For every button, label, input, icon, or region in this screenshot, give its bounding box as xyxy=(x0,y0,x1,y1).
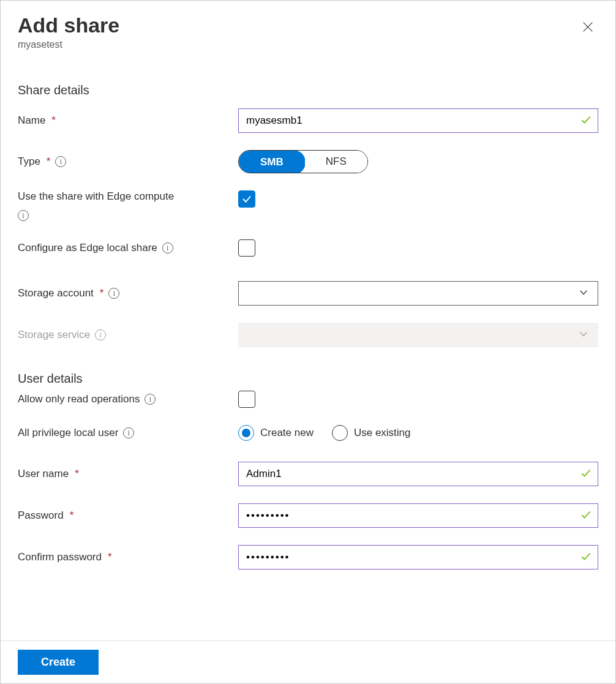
radio-create-new[interactable]: Create new xyxy=(238,425,314,441)
label-user-name: User name* xyxy=(18,468,238,480)
label-text-type: Type xyxy=(18,156,40,168)
control-privilege-user: Create new Use existing xyxy=(238,425,598,441)
input-wrap-password xyxy=(238,503,598,528)
row-edge-compute: Use the share with Edge compute i xyxy=(18,190,598,222)
read-only-checkbox[interactable] xyxy=(238,391,255,408)
label-text-edge-local: Configure as Edge local share xyxy=(18,242,157,254)
type-segmented: SMB NFS xyxy=(238,150,368,173)
radio-label-create-new: Create new xyxy=(260,427,314,439)
control-type: SMB NFS xyxy=(238,150,598,173)
label-edge-compute: Use the share with Edge compute i xyxy=(18,190,238,221)
storage-account-dropdown[interactable] xyxy=(238,281,598,306)
password-input[interactable] xyxy=(238,503,598,528)
row-storage-service: Storage service i xyxy=(18,323,598,347)
label-confirm-password: Confirm password* xyxy=(18,551,238,563)
row-name: Name* xyxy=(18,108,598,133)
label-text-storage-account: Storage account xyxy=(18,287,94,299)
storage-service-dropdown xyxy=(238,323,598,347)
label-edge-local: Configure as Edge local share i xyxy=(18,242,238,254)
control-storage-service xyxy=(238,323,598,347)
edge-compute-checkbox[interactable] xyxy=(238,190,255,208)
chevron-down-icon xyxy=(578,287,589,299)
label-text-user-name: User name xyxy=(18,468,69,480)
required-mark: * xyxy=(75,468,79,480)
privilege-radio-group: Create new Use existing xyxy=(238,425,411,441)
label-text-read-only: Allow only read operations xyxy=(18,393,140,405)
close-icon xyxy=(581,20,595,34)
header-row: Add share myasetest xyxy=(18,13,598,50)
required-mark: * xyxy=(100,287,104,299)
label-text-name: Name xyxy=(18,115,45,127)
row-privilege-user: All privilege local user i Create new Us… xyxy=(18,425,598,441)
info-icon[interactable]: i xyxy=(145,394,156,405)
input-wrap-confirm-password xyxy=(238,545,598,569)
type-smb-button[interactable]: SMB xyxy=(238,150,306,173)
share-details-heading: Share details xyxy=(18,83,598,97)
panel-body: Add share myasetest Share details Name* xyxy=(1,1,615,641)
label-text-edge-compute: Use the share with Edge compute xyxy=(18,190,174,202)
row-storage-account: Storage account* i xyxy=(18,281,598,306)
control-read-only xyxy=(238,391,598,408)
required-mark: * xyxy=(70,509,74,522)
control-password xyxy=(238,503,598,528)
control-edge-compute xyxy=(238,190,598,208)
required-mark: * xyxy=(51,115,56,127)
info-icon[interactable]: i xyxy=(123,427,134,438)
radio-icon xyxy=(332,425,348,441)
info-icon[interactable]: i xyxy=(108,288,119,299)
control-edge-local xyxy=(238,239,598,257)
info-icon[interactable]: i xyxy=(95,329,106,340)
close-button[interactable] xyxy=(577,17,598,39)
name-input[interactable] xyxy=(238,108,598,133)
label-text-password: Password xyxy=(18,509,64,522)
footer: Create xyxy=(1,641,615,683)
user-details-heading: User details xyxy=(18,372,598,386)
label-name: Name* xyxy=(18,115,238,127)
input-wrap-name xyxy=(238,108,598,133)
required-mark: * xyxy=(108,551,112,563)
info-icon[interactable]: i xyxy=(18,210,29,221)
page-title: Add share xyxy=(18,13,119,38)
control-storage-account xyxy=(238,281,598,306)
create-button[interactable]: Create xyxy=(18,650,99,675)
row-user-name: User name* xyxy=(18,462,598,486)
info-icon[interactable]: i xyxy=(55,156,66,167)
label-text-storage-service: Storage service xyxy=(18,329,90,341)
label-password: Password* xyxy=(18,509,238,522)
control-name xyxy=(238,108,598,133)
confirm-password-input[interactable] xyxy=(238,545,598,569)
label-storage-account: Storage account* i xyxy=(18,287,238,299)
label-privilege-user: All privilege local user i xyxy=(18,427,238,439)
label-read-only: Allow only read operations i xyxy=(18,393,238,405)
user-name-input[interactable] xyxy=(238,462,598,486)
control-confirm-password xyxy=(238,545,598,569)
header-text: Add share myasetest xyxy=(18,13,119,50)
edge-local-checkbox[interactable] xyxy=(238,239,255,257)
add-share-panel: Add share myasetest Share details Name* xyxy=(0,0,616,684)
row-read-only: Allow only read operations i xyxy=(18,391,598,408)
row-edge-local: Configure as Edge local share i xyxy=(18,239,598,257)
row-confirm-password: Confirm password* xyxy=(18,545,598,569)
input-wrap-user-name xyxy=(238,462,598,486)
label-text-confirm-password: Confirm password xyxy=(18,551,102,563)
required-mark: * xyxy=(47,156,51,168)
radio-icon xyxy=(238,425,254,441)
label-type: Type* i xyxy=(18,156,238,168)
chevron-down-icon xyxy=(578,328,589,341)
row-type: Type* i SMB NFS xyxy=(18,150,598,173)
page-subtitle: myasetest xyxy=(18,39,119,50)
radio-use-existing[interactable]: Use existing xyxy=(332,425,411,441)
type-nfs-button[interactable]: NFS xyxy=(305,151,367,173)
control-user-name xyxy=(238,462,598,486)
info-icon[interactable]: i xyxy=(162,242,173,254)
radio-label-use-existing: Use existing xyxy=(354,427,411,439)
label-storage-service: Storage service i xyxy=(18,329,238,341)
row-password: Password* xyxy=(18,503,598,528)
label-text-privilege-user: All privilege local user xyxy=(18,427,118,439)
